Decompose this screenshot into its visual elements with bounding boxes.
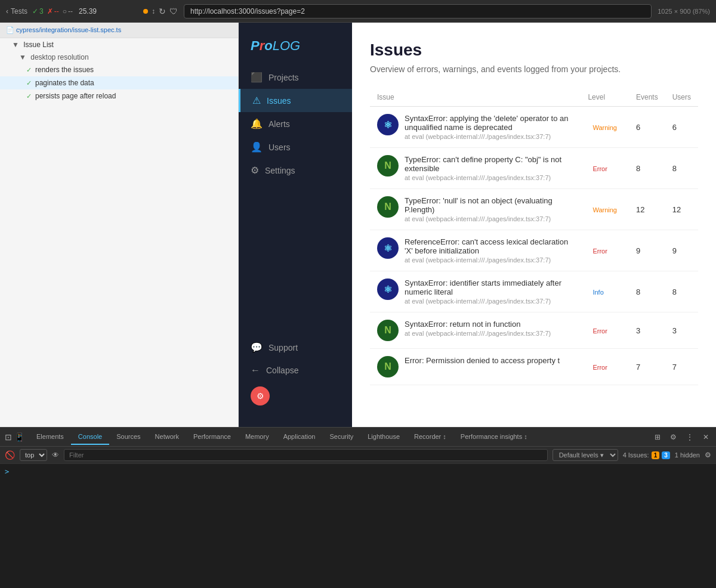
test-time: 25.39: [79, 7, 97, 16]
table-row[interactable]: ⚛ SyntaxError: identifier starts immedia…: [370, 271, 698, 312]
context-selector[interactable]: top: [20, 449, 47, 461]
expand-icon: ▼: [19, 53, 26, 61]
main-content: cypress/integration/issue-list.spec.ts ▼…: [0, 23, 716, 427]
issue-icon: N: [377, 320, 399, 341]
check-icon: ✓: [32, 7, 38, 16]
tab-performance[interactable]: Performance: [186, 429, 238, 445]
tab-console[interactable]: Console: [71, 429, 109, 445]
events-cell: 3: [629, 312, 665, 349]
tab-elements[interactable]: Elements: [29, 429, 71, 445]
tab-recorder[interactable]: Recorder ↕: [407, 429, 453, 445]
table-row[interactable]: N TypeError: 'null' is not an object (ev…: [370, 189, 698, 230]
devtools-icon-device[interactable]: 📱: [14, 432, 24, 442]
level-cell: Error: [581, 230, 629, 271]
level-cell: Warning: [581, 107, 629, 148]
tests-label: Tests: [11, 7, 27, 16]
events-cell: 8: [629, 148, 665, 189]
sidebar-item-collapse[interactable]: ← Collapse: [239, 359, 352, 382]
recording-indicator: [143, 9, 148, 14]
bottom-logo-icon: ⚙: [251, 386, 270, 406]
sidebar-item-projects[interactable]: ⬛ Projects: [239, 66, 352, 89]
test-label: persists page after reload: [35, 92, 116, 100]
devtools: ⊡ 📱 Elements Console Sources Network Per…: [0, 427, 716, 588]
sidebar-item-users[interactable]: 👤 Users: [239, 135, 352, 159]
suite-item[interactable]: ▼ Issue List: [0, 38, 238, 51]
settings-icon[interactable]: ⚙: [668, 432, 679, 442]
prolog-sidebar: ProLOG ⬛ Projects ⚠ Issues 🔔 Alerts: [239, 23, 352, 427]
close-icon[interactable]: ✕: [700, 432, 711, 442]
level-badge: Warning: [588, 205, 622, 215]
level-cell: Info: [581, 271, 629, 312]
issue-cell: ⚛ SyntaxError: applying the 'delete' ope…: [370, 107, 581, 148]
url-bar[interactable]: http://localhost:3000/issues?page=2: [184, 4, 652, 18]
table-row[interactable]: N Error: Permission denied to access pro…: [370, 349, 698, 385]
issue-name: ReferenceError: can't access lexical dec…: [405, 237, 573, 255]
browser-left-controls: ‹ Tests ✓ 3 ✗ -- ○ -- 25.39: [6, 7, 137, 16]
tab-application[interactable]: Application: [276, 429, 323, 445]
console-filter-input[interactable]: [64, 449, 548, 461]
prolog-app: ProLOG ⬛ Projects ⚠ Issues 🔔 Alerts: [239, 23, 716, 427]
cypress-file[interactable]: cypress/integration/issue-list.spec.ts: [0, 23, 238, 38]
tab-lighthouse[interactable]: Lighthouse: [360, 429, 407, 445]
reload-button[interactable]: ↻: [159, 7, 166, 16]
issue-location: at eval (webpack-internal:///./pages/ind…: [405, 256, 573, 264]
x-icon: ✗: [47, 7, 53, 16]
more-icon[interactable]: ⋮: [684, 432, 696, 442]
users-cell: 9: [665, 230, 698, 271]
table-row[interactable]: N TypeError: can't define property C: "o…: [370, 148, 698, 189]
issue-location: at eval (webpack-internal:///./pages/ind…: [405, 133, 573, 140]
issue-location: at eval (webpack-internal:///./pages/ind…: [405, 174, 573, 181]
resolution-info: 1025 × 900 (87%): [658, 8, 710, 15]
sub-suite-item[interactable]: ▼ desktop resolution: [0, 51, 238, 63]
issue-text: TypeError: can't define property C: "obj…: [405, 155, 573, 181]
issue-cell: N Error: Permission denied to access pro…: [370, 349, 581, 385]
console-settings-icon[interactable]: ⚙: [705, 451, 711, 459]
tab-security[interactable]: Security: [322, 429, 360, 445]
table-row[interactable]: ⚛ SyntaxError: applying the 'delete' ope…: [370, 107, 698, 148]
issues-count-icon: ⊞: [652, 432, 663, 442]
test-item-3[interactable]: ✓ persists page after reload: [0, 89, 238, 103]
tab-memory[interactable]: Memory: [238, 429, 276, 445]
page-title: Issues: [370, 41, 698, 60]
tab-sources[interactable]: Sources: [109, 429, 147, 445]
no-entry-icon[interactable]: 🚫: [5, 450, 15, 460]
level-badge: Error: [588, 246, 612, 256]
table-row[interactable]: ⚛ ReferenceError: can't access lexical d…: [370, 230, 698, 271]
issue-text: ReferenceError: can't access lexical dec…: [405, 237, 573, 264]
console-prompt[interactable]: [5, 468, 711, 476]
sidebar-item-alerts[interactable]: 🔔 Alerts: [239, 112, 352, 135]
issue-icon: ⚛: [377, 114, 399, 135]
prolog-logo: ProLOG: [239, 32, 352, 66]
users-cell: 12: [665, 189, 698, 230]
devtools-console-output: [0, 464, 716, 588]
settings-icon: ⚙: [251, 165, 259, 176]
events-cell: 9: [629, 230, 665, 271]
table-row[interactable]: N SyntaxError: return not in function at…: [370, 312, 698, 349]
level-cell: Warning: [581, 189, 629, 230]
pass-check-icon: ✓: [26, 66, 32, 74]
tab-perf-insights[interactable]: Performance insights ↕: [453, 429, 535, 445]
sidebar-item-support[interactable]: 💬 Support: [239, 336, 352, 359]
test-item-2[interactable]: ✓ paginates the data: [0, 76, 238, 89]
sidebar-item-issues[interactable]: ⚠ Issues: [239, 89, 352, 112]
sidebar-item-settings[interactable]: ⚙ Settings: [239, 159, 352, 182]
tab-network[interactable]: Network: [148, 429, 186, 445]
devtools-icon-inspect[interactable]: ⊡: [5, 432, 12, 442]
eye-icon[interactable]: 👁: [52, 451, 59, 459]
sidebar-item-label: Alerts: [268, 119, 290, 129]
sidebar-nav: ⬛ Projects ⚠ Issues 🔔 Alerts 👤 Users: [239, 66, 352, 330]
blue-badge: 3: [662, 451, 670, 459]
issues-icon: ⚠: [252, 95, 261, 106]
users-cell: 7: [665, 349, 698, 385]
test-label: paginates the data: [35, 79, 94, 87]
log-level-selector[interactable]: Default levels ▾: [553, 449, 618, 461]
test-item-1[interactable]: ✓ renders the issues: [0, 63, 238, 76]
issue-cell: N SyntaxError: return not in function at…: [370, 312, 581, 349]
tests-button[interactable]: ‹ Tests: [6, 7, 27, 16]
level-badge: Info: [588, 287, 608, 297]
cypress-panel: cypress/integration/issue-list.spec.ts ▼…: [0, 23, 239, 427]
issue-location: at eval (webpack-internal:///./pages/ind…: [405, 330, 573, 337]
level-badge: Error: [588, 326, 612, 336]
users-cell: 8: [665, 148, 698, 189]
sidebar-item-label: Projects: [268, 73, 299, 82]
